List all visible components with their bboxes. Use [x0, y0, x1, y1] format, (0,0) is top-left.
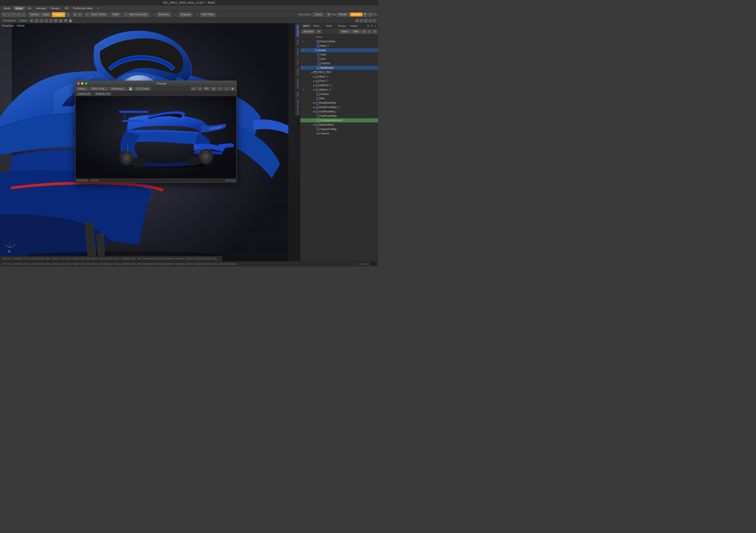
- side-tab-mesh[interactable]: Mesh: [296, 38, 300, 46]
- panel-view-icon[interactable]: ⊞: [362, 29, 366, 34]
- command-input-area[interactable]: Command: [356, 262, 377, 266]
- menu-uv[interactable]: UV: [26, 6, 33, 10]
- arrow-right-icon[interactable]: ▶: [312, 106, 315, 109]
- scale-icon[interactable]: ⤢: [21, 13, 26, 17]
- side-tab-display[interactable]: Display: [296, 67, 300, 77]
- arrow-right-icon[interactable]: ▶: [312, 80, 315, 83]
- edges-mode-btn[interactable]: Edges: [41, 12, 51, 17]
- tab-mesh[interactable]: Mesh...: [311, 24, 323, 28]
- add-item-btn[interactable]: Add Item: [301, 29, 315, 34]
- arrow-right-icon[interactable]: ▶: [312, 75, 315, 78]
- side-tab-user-channels[interactable]: User Channels: [296, 98, 300, 116]
- component-mode-icon[interactable]: ▼: [66, 13, 70, 17]
- preview-view-1[interactable]: ⊕: [191, 87, 196, 91]
- side-tab-assembly[interactable]: Assembly: [296, 78, 300, 90]
- preview-more[interactable]: ☆: [217, 87, 223, 91]
- render-btn[interactable]: Render: [337, 13, 349, 16]
- camera-icon[interactable]: 📷: [64, 19, 68, 23]
- zoom-fit-icon[interactable]: ⊞: [364, 19, 368, 23]
- mesh-constraint-icon[interactable]: ⌂: [123, 13, 127, 17]
- tab-items[interactable]: Items: [301, 24, 311, 28]
- eye-icon[interactable]: 👁: [301, 48, 305, 52]
- search-icon[interactable]: 🔍: [363, 13, 367, 17]
- lut-btn[interactable]: LUT: (none): [135, 87, 151, 91]
- arrow-right-icon[interactable]: ▶: [312, 88, 315, 91]
- list-item[interactable]: ▶ RoadFrontWing (2): [300, 105, 378, 110]
- mesh-constraint-btn[interactable]: Mesh Constraint: [128, 12, 149, 17]
- add-item-dropdown[interactable]: ▼: [316, 29, 321, 34]
- wireframe-toggle[interactable]: ⊟: [35, 19, 39, 23]
- list-item[interactable]: ▶ RoadRearWing: [300, 101, 378, 105]
- rotate-icon[interactable]: ↻: [16, 13, 21, 17]
- shading-btn[interactable]: Default: [18, 19, 29, 22]
- option-btn[interactable]: Option...: [76, 87, 89, 91]
- panel-settings-icon[interactable]: ⚙: [373, 29, 377, 34]
- kits-icon[interactable]: ⚙: [368, 13, 372, 17]
- action-center-icon[interactable]: ●: [85, 13, 89, 17]
- panel-list-icon[interactable]: ≡: [367, 29, 372, 34]
- remove-item-btn[interactable]: ✕: [374, 119, 378, 122]
- list-item[interactable]: ▶ BooleanBase: [300, 123, 378, 127]
- shading-select-btn[interactable]: Shading: Full: [94, 92, 112, 96]
- menu-plus[interactable]: +: [95, 6, 100, 10]
- side-tab-surface[interactable]: Surface: [296, 47, 300, 57]
- arrow-icon[interactable]: [313, 40, 316, 43]
- eye-icon[interactable]: 👁: [301, 40, 305, 43]
- list-item[interactable]: OvalFrontWing: [300, 114, 378, 118]
- drop-action-btn[interactable]: (none): [312, 13, 324, 16]
- move-icon[interactable]: ⊕: [2, 13, 6, 17]
- preview-btn[interactable]: Preview: [350, 13, 363, 16]
- fullscreen-icon[interactable]: ⤢: [373, 19, 377, 23]
- grid-toggle[interactable]: ⊞: [30, 19, 34, 23]
- eye-icon[interactable]: 👁: [301, 66, 305, 70]
- filter-btn[interactable]: Filter: [351, 29, 361, 34]
- side-tab-tags[interactable]: Tags: [296, 91, 300, 98]
- list-item[interactable]: ▼ DW12_2018: [300, 70, 378, 74]
- menu-render[interactable]: Render: [49, 6, 62, 10]
- lock-icon[interactable]: 🔒: [68, 19, 72, 23]
- menu-modo[interactable]: Modo: [2, 6, 13, 10]
- list-item[interactable]: ▶ Body (2): [300, 74, 378, 79]
- list-item[interactable]: 👁 MopBumper: [300, 66, 378, 70]
- list-item[interactable]: SquareForMap: [300, 127, 378, 131]
- list-item[interactable]: ▶ Floor (2): [300, 79, 378, 83]
- render-icon[interactable]: ★: [326, 13, 331, 17]
- list-item[interactable]: Met: [300, 96, 378, 101]
- polygons-mode-btn[interactable]: Polygons: [52, 12, 65, 17]
- effect-btn[interactable]: Effect: Final ...: [90, 87, 109, 91]
- panel-more-icon[interactable]: ≡: [374, 24, 377, 28]
- view-type-btn[interactable]: Perspective: [1, 19, 17, 22]
- preview-maximize-btn[interactable]: [85, 82, 87, 85]
- snapping-btn[interactable]: Snapping: [179, 12, 192, 17]
- vertices-mode-btn[interactable]: Vertices: [28, 12, 40, 17]
- preview-zoom[interactable]: 🔍: [203, 87, 210, 91]
- list-item[interactable]: ForPrint: [300, 61, 378, 66]
- menu-animate[interactable]: Animate: [34, 6, 48, 10]
- preview-minimize-btn[interactable]: [81, 82, 84, 85]
- list-item[interactable]: Halo: [300, 53, 378, 57]
- list-item[interactable]: SusArm: [300, 92, 378, 96]
- another2-icon[interactable]: ◆: [59, 19, 63, 23]
- tab-groups[interactable]: Groups: [336, 24, 348, 28]
- grid-icon[interactable]: ⊟: [78, 13, 82, 17]
- symmetry-btn[interactable]: Symmetry: [157, 12, 171, 17]
- xray-toggle[interactable]: ◎: [44, 19, 48, 23]
- items-list[interactable]: 👁 RearSusPlate Mesh (4): [300, 40, 378, 261]
- expand-icon[interactable]: ⤡: [368, 19, 372, 23]
- list-item[interactable]: 👁 RearSusPlate: [300, 40, 378, 44]
- side-tab-image-still[interactable]: Image Still: [296, 24, 300, 38]
- menu-model[interactable]: Model: [14, 6, 25, 10]
- action-center-btn[interactable]: Action Center: [90, 12, 108, 17]
- menu-prorender[interactable]: ProRender Beta: [71, 6, 94, 10]
- save-icon-btn[interactable]: 💾: [127, 87, 134, 91]
- list-item[interactable]: Camera: [300, 131, 378, 136]
- falloff-btn[interactable]: Falloff: [111, 12, 121, 17]
- zoom-reset-icon[interactable]: ↺: [360, 19, 364, 23]
- preview-expand[interactable]: ⤢: [224, 87, 229, 91]
- snap-icon[interactable]: ⊞: [73, 13, 77, 17]
- list-item-oval-spats[interactable]: OvalSpatsExtension ✕: [300, 118, 378, 123]
- preview-view-2[interactable]: ↺: [197, 87, 202, 91]
- eye-icon[interactable]: 👁: [301, 88, 305, 92]
- tab-shading[interactable]: Shadi...: [323, 24, 336, 28]
- isolate-toggle[interactable]: ≡: [40, 19, 43, 23]
